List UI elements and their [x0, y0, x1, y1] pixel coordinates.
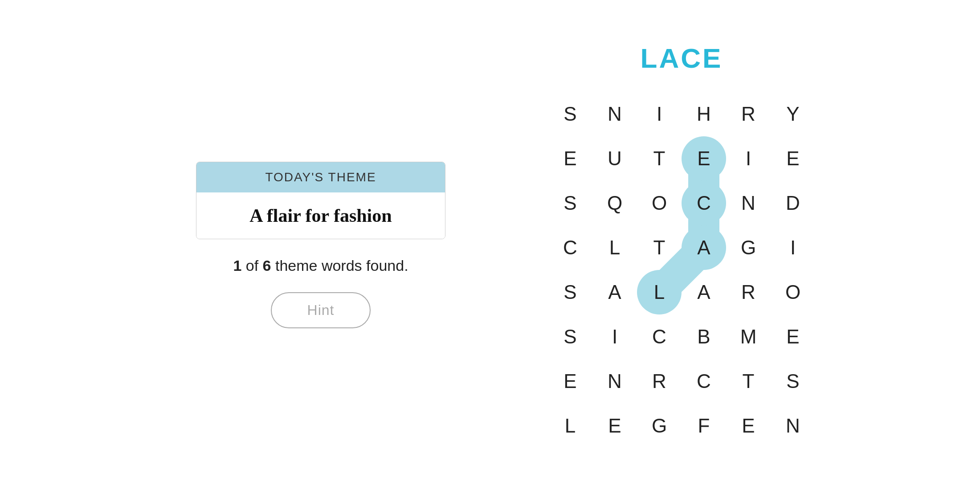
grid-cell[interactable]: S	[771, 359, 815, 404]
grid-cell[interactable]: E	[682, 136, 726, 181]
grid-cell[interactable]: T	[726, 359, 771, 404]
grid-cell[interactable]: S	[548, 181, 592, 225]
grid-cell[interactable]: C	[548, 225, 592, 270]
main-container: TODAY'S THEME A flair for fashion 1 of 6…	[0, 0, 980, 490]
grid-cell[interactable]: T	[637, 225, 682, 270]
grid-cell[interactable]: B	[682, 314, 726, 359]
grid-cell[interactable]: E	[592, 404, 637, 448]
progress-of: of	[246, 257, 263, 274]
grid-cell[interactable]: C	[682, 359, 726, 404]
theme-text: A flair for fashion	[249, 205, 392, 226]
grid-cell[interactable]: N	[592, 92, 637, 136]
theme-box: TODAY'S THEME A flair for fashion	[196, 162, 445, 239]
progress-text: 1 of 6 theme words found.	[233, 257, 408, 274]
progress-found: 1	[233, 257, 241, 274]
grid-cell[interactable]: G	[726, 225, 771, 270]
left-panel: TODAY'S THEME A flair for fashion 1 of 6…	[165, 162, 477, 328]
grid-cell[interactable]: F	[682, 404, 726, 448]
grid-cell[interactable]: L	[637, 270, 682, 314]
grid-cell[interactable]: C	[637, 314, 682, 359]
grid-cell[interactable]: N	[592, 359, 637, 404]
grid-cell[interactable]: R	[637, 359, 682, 404]
grid-wrapper: SNIHRYEUTEIESQOCNDCLTAGISALAROSICBMEENRC…	[548, 92, 815, 448]
grid-cell[interactable]: C	[682, 181, 726, 225]
grid-cell[interactable]: I	[726, 136, 771, 181]
theme-header: TODAY'S THEME	[196, 162, 445, 192]
grid-cell[interactable]: E	[771, 136, 815, 181]
grid-cell[interactable]: O	[771, 270, 815, 314]
progress-total: 6	[263, 257, 271, 274]
grid-cell[interactable]: N	[771, 404, 815, 448]
grid-cell[interactable]: L	[548, 404, 592, 448]
grid-cell[interactable]: E	[771, 314, 815, 359]
grid-cell[interactable]: E	[548, 136, 592, 181]
grid-cell[interactable]: A	[682, 225, 726, 270]
grid-cell[interactable]: E	[726, 404, 771, 448]
grid-cell[interactable]: I	[592, 314, 637, 359]
grid-cell[interactable]: S	[548, 270, 592, 314]
grid-cell[interactable]: E	[548, 359, 592, 404]
grid-cell[interactable]: S	[548, 314, 592, 359]
grid-cell[interactable]: A	[682, 270, 726, 314]
right-panel: LACE SNIHRYEUTEIESQOCNDCLTAGISALAROSICBM…	[548, 42, 815, 448]
theme-label: TODAY'S THEME	[265, 170, 376, 184]
grid-cell[interactable]: G	[637, 404, 682, 448]
grid-cell[interactable]: D	[771, 181, 815, 225]
grid-cell[interactable]: H	[682, 92, 726, 136]
grid-cell[interactable]: L	[592, 225, 637, 270]
grid-cell[interactable]: T	[637, 136, 682, 181]
grid-cell[interactable]: U	[592, 136, 637, 181]
grid-cell[interactable]: M	[726, 314, 771, 359]
grid-cell[interactable]: O	[637, 181, 682, 225]
grid-cell[interactable]: N	[726, 181, 771, 225]
letter-grid: SNIHRYEUTEIESQOCNDCLTAGISALAROSICBMEENRC…	[548, 92, 815, 448]
grid-cell[interactable]: R	[726, 270, 771, 314]
hint-button[interactable]: Hint	[271, 292, 371, 328]
grid-cell[interactable]: S	[548, 92, 592, 136]
grid-cell[interactable]: I	[637, 92, 682, 136]
grid-cell[interactable]: Q	[592, 181, 637, 225]
theme-body: A flair for fashion	[196, 192, 445, 239]
word-title: LACE	[641, 42, 723, 74]
grid-cell[interactable]: A	[592, 270, 637, 314]
grid-cell[interactable]: I	[771, 225, 815, 270]
grid-cell[interactable]: R	[726, 92, 771, 136]
grid-cell[interactable]: Y	[771, 92, 815, 136]
progress-suffix: theme words found.	[275, 257, 408, 274]
